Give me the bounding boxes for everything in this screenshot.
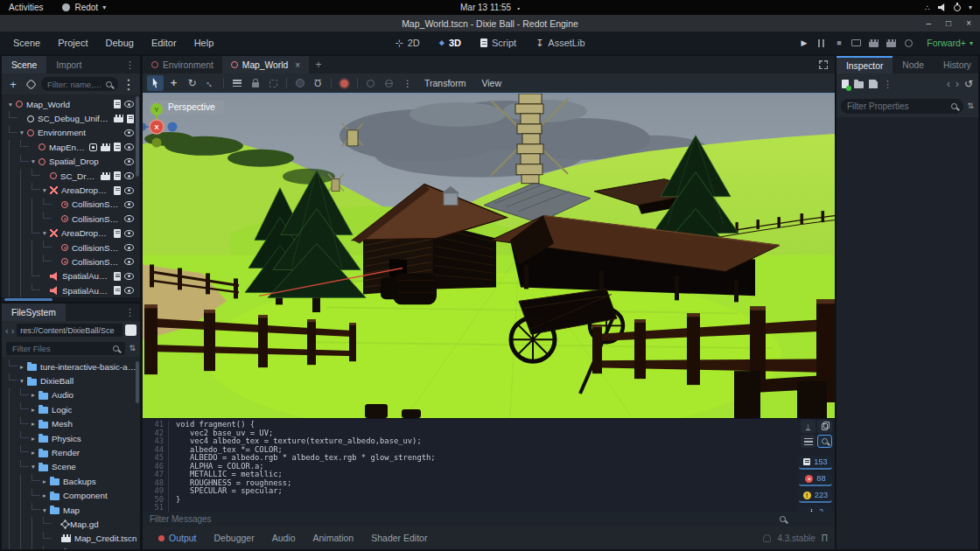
scene-dock-menu-icon[interactable]: ⋮ <box>120 56 140 73</box>
close-button[interactable]: × <box>966 18 971 28</box>
expand-arrow[interactable]: ▸ <box>29 391 38 399</box>
film-icon[interactable] <box>114 115 123 122</box>
menu-debug[interactable]: Debug <box>97 35 141 51</box>
eye-icon[interactable] <box>124 143 134 150</box>
eye-icon[interactable] <box>124 172 134 179</box>
fs-file-button[interactable] <box>125 324 136 336</box>
expand-arrow[interactable]: ▾ <box>29 157 38 165</box>
expand-arrow[interactable]: ▾ <box>40 506 49 514</box>
expand-arrow[interactable]: ▾ <box>29 463 38 471</box>
maximize-button[interactable]: □ <box>946 18 951 28</box>
bottom-tab-debugger[interactable]: Debugger <box>206 527 263 549</box>
collapse-log-button[interactable] <box>801 435 816 448</box>
instance-scene-button[interactable] <box>24 77 38 91</box>
movie-maker-button[interactable] <box>901 36 916 50</box>
scene-tree-item[interactable]: SC_Debug_Uniform... <box>2 111 140 125</box>
renderer-selector[interactable]: Forward+ <box>927 38 966 48</box>
tab-filesystem[interactable]: FileSystem <box>2 303 66 321</box>
version-label[interactable]: 4.3.stable <box>777 534 815 543</box>
scene-tree-item[interactable]: ▾AreaDrop_Rain_... <box>2 183 140 197</box>
filesystem-tree-item[interactable]: ▾DixieBall <box>2 373 140 387</box>
filesystem-tree-item[interactable]: ▸Backups <box>2 474 140 488</box>
3d-viewport[interactable]: ⋮ Perspective Y X <box>143 93 835 418</box>
volume-icon[interactable] <box>938 3 946 11</box>
move-tool-button[interactable]: + <box>165 75 182 91</box>
scene-tree-item[interactable]: ▾AreaDrop_Snow... <box>2 227 140 241</box>
tab-history[interactable]: History <box>934 56 980 73</box>
bottom-tab-shader-editor[interactable]: Shader Editor <box>362 527 436 549</box>
menu-scene[interactable]: Scene <box>5 35 48 51</box>
expand-arrow[interactable]: ▸ <box>29 420 38 428</box>
eye-icon[interactable] <box>124 129 134 136</box>
filesystem-tree-item[interactable]: ▸Component <box>2 489 140 503</box>
scene-tree-horizontal-scrollbar[interactable] <box>4 298 52 302</box>
more-tool-button[interactable]: ⋮ <box>399 75 416 91</box>
filesystem-dock-menu-icon[interactable]: ⋮ <box>120 303 140 321</box>
filesystem-tree-item[interactable]: ▸Render <box>2 445 140 459</box>
view-axis-gizmo[interactable]: Y X <box>143 102 824 418</box>
error-count-badge[interactable]: 88 <box>799 472 832 486</box>
menu-editor[interactable]: Editor <box>144 35 185 51</box>
script-icon[interactable] <box>114 286 121 295</box>
eye-icon[interactable] <box>124 273 134 280</box>
filesystem-tree-item[interactable]: ▸Mesh <box>2 417 140 431</box>
filesystem-tree-item[interactable]: ▾Map <box>2 503 140 517</box>
menu-project[interactable]: Project <box>50 35 95 51</box>
boxed-icon[interactable] <box>89 143 97 151</box>
expand-arrow[interactable]: ▸ <box>18 363 26 371</box>
script-icon[interactable] <box>114 186 121 195</box>
scene-tree-item[interactable]: ▾Map_World <box>2 97 140 111</box>
new-resource-icon[interactable] <box>842 80 849 88</box>
scene-tree-item[interactable]: CollisionShape2 <box>2 212 140 226</box>
lock-tool-button[interactable] <box>247 75 263 91</box>
eye-icon[interactable] <box>124 101 134 108</box>
filesystem-tree-item[interactable]: Map.gd <box>2 517 140 531</box>
scene-tab-map-world[interactable]: Map_World × <box>222 56 309 73</box>
axis-z-neg-ball[interactable] <box>143 123 147 131</box>
fs-sort-button[interactable]: ⇅ <box>129 344 136 352</box>
bottom-tab-output[interactable]: Output <box>150 527 206 549</box>
expand-arrow[interactable]: ▸ <box>29 435 38 443</box>
eye-icon[interactable] <box>124 287 134 294</box>
window-title-bar[interactable]: Map_World.tscn - Dixie Ball - Redot Engi… <box>0 15 980 31</box>
filesystem-tree-item[interactable]: Map_Credit.tscn <box>2 532 140 546</box>
mode-2d[interactable]: ⊹2D <box>388 35 426 52</box>
bottom-tab-animation[interactable]: Animation <box>304 527 363 549</box>
scene-tree-item[interactable]: SpatialAudio_Ra... <box>2 269 140 283</box>
object-history-icon[interactable]: ↺ <box>964 78 973 90</box>
mode-assetlib[interactable]: ↧AssetLib <box>528 35 592 52</box>
tab-inspector[interactable]: Inspector <box>836 56 892 73</box>
view-menu[interactable]: View <box>474 78 508 88</box>
system-menu-chevron-icon[interactable]: ▾ <box>969 3 972 11</box>
filesystem-tree-item[interactable]: Map_MainMenu.gd <box>2 546 140 549</box>
bottom-tab-audio[interactable]: Audio <box>263 527 304 549</box>
tab-import[interactable]: Import <box>46 56 91 73</box>
expand-arrow[interactable]: ▸ <box>29 406 38 414</box>
filesystem-tree-item[interactable]: ▸Physics <box>2 431 140 445</box>
scale-tool-button[interactable]: ↔ <box>202 75 219 91</box>
script-icon[interactable] <box>114 143 121 151</box>
transform-menu[interactable]: Transform <box>417 78 472 88</box>
group-tool-button[interactable] <box>265 75 282 91</box>
preview-sun-tool-button[interactable] <box>362 75 379 91</box>
activities-button[interactable]: Activities <box>9 3 43 12</box>
expand-arrow[interactable]: ▾ <box>18 129 26 136</box>
fs-filter-input[interactable]: Filter Files <box>6 342 125 355</box>
scene-tree-item[interactable]: ▾Environment <box>2 126 140 140</box>
resource-menu-icon[interactable]: ⋮ <box>883 79 892 90</box>
close-tab-icon[interactable]: × <box>295 60 300 70</box>
filesystem-tree-item[interactable]: ▸Audio <box>2 388 140 402</box>
scene-tree-item[interactable]: CollisionShape3D <box>2 241 140 255</box>
eye-icon[interactable] <box>124 244 134 251</box>
script-icon[interactable] <box>114 100 121 108</box>
expand-arrow[interactable]: ▾ <box>40 186 49 194</box>
select-tool-button[interactable] <box>147 75 164 91</box>
script-icon[interactable] <box>114 229 121 238</box>
play-button[interactable]: ▶ <box>796 36 811 50</box>
eye-icon[interactable] <box>124 187 134 194</box>
eye-icon[interactable] <box>124 215 134 222</box>
menu-help[interactable]: Help <box>186 35 222 51</box>
copy-log-button[interactable] <box>817 420 832 433</box>
clock[interactable]: Mar 13 11:55• <box>0 3 980 12</box>
inspector-sort-button[interactable]: ⇅ <box>967 101 974 110</box>
